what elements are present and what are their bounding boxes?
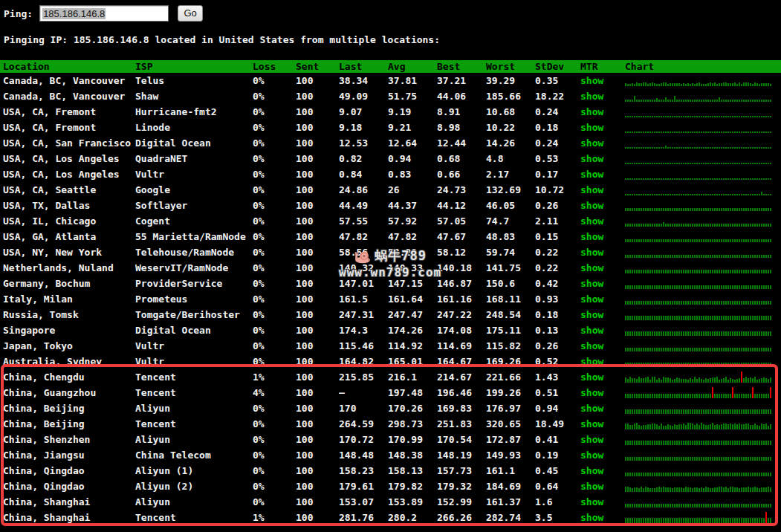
ping-sample-bar bbox=[725, 100, 727, 102]
ping-sample-bar bbox=[741, 473, 742, 476]
ping-sample-bar bbox=[667, 316, 669, 320]
ping-sample-bar bbox=[743, 348, 745, 351]
ping-sample-bar bbox=[770, 363, 771, 367]
cell-loss: 0% bbox=[253, 322, 296, 338]
ping-sample-bar bbox=[643, 441, 644, 445]
ping-sample-bar bbox=[676, 163, 678, 164]
ping-sample-bar bbox=[641, 255, 642, 258]
ping-sample-bar bbox=[752, 84, 754, 86]
mtr-show-link[interactable]: show bbox=[580, 512, 603, 523]
mtr-show-link[interactable]: show bbox=[580, 278, 603, 289]
ping-sample-bar bbox=[685, 379, 687, 383]
ping-sample-bar bbox=[643, 348, 644, 351]
ping-sample-bar bbox=[694, 147, 696, 149]
ping-sample-bar bbox=[649, 116, 651, 117]
mtr-show-link[interactable]: show bbox=[580, 403, 603, 414]
mtr-show-link[interactable]: show bbox=[580, 372, 603, 383]
cell-chart bbox=[625, 494, 781, 510]
ping-sample-bar bbox=[730, 100, 731, 102]
mtr-show-link[interactable]: show bbox=[580, 215, 603, 227]
ping-sample-bar bbox=[765, 83, 767, 86]
cell-best: 0.66 bbox=[437, 166, 486, 182]
ping-sample-bar bbox=[681, 301, 682, 305]
mtr-show-link[interactable]: show bbox=[580, 356, 603, 367]
ping-sample-bar bbox=[725, 457, 727, 461]
ping-sample-bar bbox=[627, 316, 629, 320]
ping-sample-bar bbox=[643, 425, 644, 429]
mtr-show-link[interactable]: show bbox=[580, 200, 603, 211]
ping-sample-bar bbox=[687, 147, 689, 149]
mtr-show-link[interactable]: show bbox=[580, 293, 603, 305]
ping-sample-bar bbox=[670, 457, 671, 461]
ping-sample-bar bbox=[759, 116, 760, 117]
mtr-show-link[interactable]: show bbox=[580, 184, 603, 195]
cell-location: China, Guangzhou bbox=[0, 385, 135, 400]
mtr-show-link[interactable]: show bbox=[580, 169, 603, 180]
ping-sample-bar bbox=[723, 194, 725, 195]
ping-sample-bar bbox=[743, 518, 745, 523]
ping-sample-bar bbox=[694, 116, 696, 117]
ping-sample-bar bbox=[638, 488, 640, 492]
mtr-show-link[interactable]: show bbox=[580, 247, 603, 258]
ping-sample-bar bbox=[636, 100, 638, 102]
mtr-show-link[interactable]: show bbox=[580, 231, 603, 242]
ping-sample-bar bbox=[743, 394, 745, 398]
mtr-show-link[interactable]: show bbox=[580, 434, 603, 445]
ping-sample-bar bbox=[750, 194, 751, 195]
ping-sample-bar bbox=[754, 100, 756, 102]
ping-sample-bar bbox=[705, 473, 707, 476]
cell-avg: 114.92 bbox=[388, 338, 437, 354]
ping-sample-bar bbox=[665, 82, 667, 86]
ping-sample-bar bbox=[654, 301, 655, 305]
mtr-show-link[interactable]: show bbox=[580, 91, 603, 102]
mtr-show-link[interactable]: show bbox=[580, 450, 603, 461]
ping-input[interactable]: 185.186.146.8 bbox=[39, 5, 169, 22]
cell-location: China, Jiangsu bbox=[0, 447, 135, 463]
ping-sample-bar bbox=[652, 132, 653, 133]
ping-sample-bar bbox=[707, 224, 709, 227]
ping-sample-bar bbox=[748, 270, 749, 273]
ping-chart bbox=[625, 276, 774, 291]
cell-location: China, Shenzhen bbox=[0, 432, 135, 447]
mtr-show-link[interactable]: show bbox=[580, 137, 603, 149]
ping-sample-bar bbox=[692, 178, 693, 180]
mtr-show-link[interactable]: show bbox=[580, 153, 603, 164]
ping-sample-bar bbox=[723, 224, 725, 227]
cell-isp: Tencent bbox=[135, 416, 253, 432]
mtr-show-link[interactable]: show bbox=[580, 122, 603, 133]
ping-sample-bar bbox=[636, 331, 638, 336]
ping-sample-bar bbox=[647, 224, 649, 227]
mtr-show-link[interactable]: show bbox=[580, 418, 603, 429]
ping-sample-bar bbox=[636, 147, 638, 149]
mtr-show-link[interactable]: show bbox=[580, 309, 603, 320]
mtr-show-link[interactable]: show bbox=[580, 262, 603, 273]
ping-sample-bar bbox=[692, 224, 693, 227]
ping-sample-bar bbox=[707, 363, 709, 367]
mtr-show-link[interactable]: show bbox=[580, 481, 603, 492]
ping-sample-bar bbox=[723, 394, 725, 398]
ping-sample-bar bbox=[770, 424, 771, 429]
ping-sample-bar bbox=[681, 255, 682, 258]
ping-sample-bar bbox=[696, 270, 698, 273]
ping-sample-bar bbox=[761, 394, 762, 398]
ping-sample-bar bbox=[656, 178, 658, 180]
mtr-show-link[interactable]: show bbox=[580, 340, 603, 351]
ping-sample-bar bbox=[636, 487, 638, 492]
ping-sample-bar bbox=[739, 424, 740, 429]
ping-sample-bar bbox=[683, 270, 684, 273]
mtr-show-link[interactable]: show bbox=[580, 496, 603, 507]
ping-sample-bar bbox=[761, 409, 762, 414]
cell-isp: Cogent bbox=[135, 213, 253, 229]
mtr-show-link[interactable]: show bbox=[580, 325, 603, 336]
ping-sample-bar bbox=[647, 363, 649, 367]
ping-sample-bar bbox=[672, 224, 673, 227]
ping-sample-bar bbox=[676, 457, 678, 461]
ping-sample-bar bbox=[723, 441, 725, 445]
mtr-show-link[interactable]: show bbox=[580, 75, 603, 86]
go-button[interactable]: Go bbox=[178, 5, 203, 22]
ping-sample-bar bbox=[632, 116, 633, 117]
ping-sample-bar bbox=[670, 331, 671, 336]
mtr-show-link[interactable]: show bbox=[580, 387, 603, 398]
mtr-show-link[interactable]: show bbox=[580, 106, 603, 117]
mtr-show-link[interactable]: show bbox=[580, 465, 603, 476]
